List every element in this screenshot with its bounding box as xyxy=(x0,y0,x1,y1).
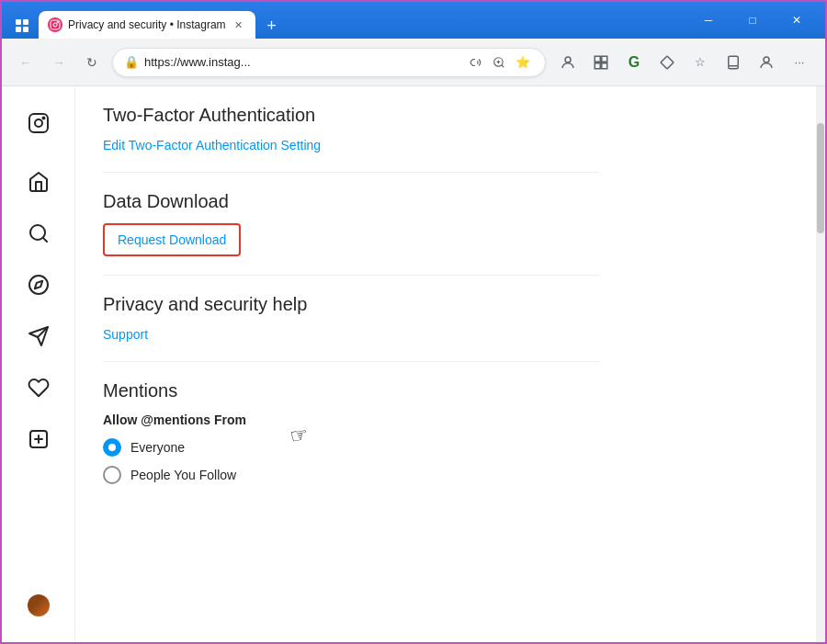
people-you-follow-option[interactable]: People You Follow xyxy=(103,466,599,484)
svg-rect-15 xyxy=(29,114,48,132)
mentions-title: Mentions xyxy=(103,380,599,401)
minimize-button[interactable]: ─ xyxy=(687,6,730,35)
svg-rect-9 xyxy=(595,56,600,62)
lock-icon: 🔒 xyxy=(124,55,139,69)
url-text: https://www.instag... xyxy=(144,55,459,69)
star-icon[interactable]: ☆ xyxy=(685,48,715,77)
tab-bar: Privacy and security • Instagram ✕ + xyxy=(9,2,684,39)
svg-rect-2 xyxy=(16,27,21,32)
refresh-button[interactable]: ↻ xyxy=(79,50,105,75)
user-profile-icon[interactable] xyxy=(752,48,781,77)
settings-menu-icon[interactable]: ··· xyxy=(785,48,814,77)
tab-favicon-icon xyxy=(48,17,62,32)
svg-point-8 xyxy=(565,57,571,62)
svg-point-19 xyxy=(29,276,48,294)
avatar xyxy=(28,594,50,616)
maximize-button[interactable]: □ xyxy=(731,6,774,35)
svg-marker-20 xyxy=(34,281,41,288)
svg-rect-0 xyxy=(16,19,21,25)
svg-rect-10 xyxy=(602,56,607,62)
browser-window: Privacy and security • Instagram ✕ + ─ □… xyxy=(0,0,827,644)
people-you-follow-radio[interactable] xyxy=(103,466,121,484)
ig-home-button[interactable] xyxy=(17,160,61,204)
privacy-help-section: Privacy and security help Support xyxy=(103,294,599,362)
main-panel: Two-Factor Authentication Edit Two-Facto… xyxy=(75,86,816,642)
data-download-section: Data Download Request Download ☞ xyxy=(103,191,599,276)
everyone-radio[interactable] xyxy=(103,438,121,457)
content-area: Two-Factor Authentication Edit Two-Facto… xyxy=(2,86,825,642)
tab-close-button[interactable]: ✕ xyxy=(232,17,246,32)
people-you-follow-label: People You Follow xyxy=(130,468,236,482)
ig-logo-button[interactable] xyxy=(17,101,61,145)
tab-title: Privacy and security • Instagram xyxy=(68,18,226,31)
request-download-button[interactable]: Request Download xyxy=(103,223,241,256)
allow-mentions-label: Allow @mentions From xyxy=(103,412,599,427)
back-button[interactable]: ← xyxy=(13,50,39,75)
forward-button[interactable]: → xyxy=(46,50,72,75)
ig-activity-button[interactable] xyxy=(17,366,61,410)
security-icon[interactable]: G xyxy=(619,48,649,77)
svg-rect-11 xyxy=(595,62,600,68)
two-factor-title: Two-Factor Authentication xyxy=(103,105,599,126)
ig-direct-button[interactable] xyxy=(17,314,61,358)
address-bar: ← → ↻ 🔒 https://www.instag... ⭐ xyxy=(2,39,825,86)
privacy-help-title: Privacy and security help xyxy=(103,294,599,315)
scrollbar-thumb[interactable] xyxy=(817,123,824,233)
window-controls: ─ □ ✕ xyxy=(687,6,818,35)
active-tab[interactable]: Privacy and security • Instagram ✕ xyxy=(39,11,255,39)
ig-sidebar xyxy=(2,86,75,642)
data-download-title: Data Download xyxy=(103,191,599,212)
scrollbar-track xyxy=(816,86,825,642)
ig-profile-button[interactable] xyxy=(17,583,61,627)
svg-point-6 xyxy=(57,22,59,24)
mentions-section: Mentions Allow @mentions From Everyone P… xyxy=(103,380,599,512)
everyone-label: Everyone xyxy=(130,440,185,455)
support-link[interactable]: Support xyxy=(103,327,148,342)
ig-search-button[interactable] xyxy=(17,211,61,255)
zoom-icon[interactable] xyxy=(488,51,510,73)
share-icon[interactable] xyxy=(719,48,748,77)
svg-point-16 xyxy=(35,119,42,127)
svg-point-17 xyxy=(42,118,44,119)
svg-rect-12 xyxy=(602,62,607,68)
ig-new-post-button[interactable] xyxy=(17,417,61,461)
two-factor-section: Two-Factor Authentication Edit Two-Facto… xyxy=(103,105,599,173)
everyone-option[interactable]: Everyone xyxy=(103,438,599,457)
svg-rect-1 xyxy=(23,19,28,25)
extensions-icon[interactable] xyxy=(652,48,682,77)
svg-point-14 xyxy=(764,57,769,62)
tab-list-button[interactable] xyxy=(9,13,35,39)
svg-point-5 xyxy=(53,23,57,27)
close-button[interactable]: ✕ xyxy=(776,6,818,35)
address-bar-icons: ⭐ xyxy=(464,51,534,73)
toolbar-right: G ☆ ··· xyxy=(553,48,814,77)
edit-two-factor-link[interactable]: Edit Two-Factor Authentication Setting xyxy=(103,138,321,153)
new-tab-button[interactable]: + xyxy=(259,13,285,39)
collections-icon[interactable] xyxy=(586,48,616,77)
title-bar: Privacy and security • Instagram ✕ + ─ □… xyxy=(2,2,825,39)
favorites-icon[interactable]: ⭐ xyxy=(512,51,534,73)
address-bar-input[interactable]: 🔒 https://www.instag... ⭐ xyxy=(112,48,546,77)
svg-rect-13 xyxy=(729,56,739,66)
profile-icon[interactable] xyxy=(553,48,583,77)
settings-content: Two-Factor Authentication Edit Two-Facto… xyxy=(75,86,627,548)
svg-rect-3 xyxy=(23,27,28,32)
read-aloud-icon[interactable] xyxy=(464,51,486,73)
ig-explore-button[interactable] xyxy=(17,263,61,307)
